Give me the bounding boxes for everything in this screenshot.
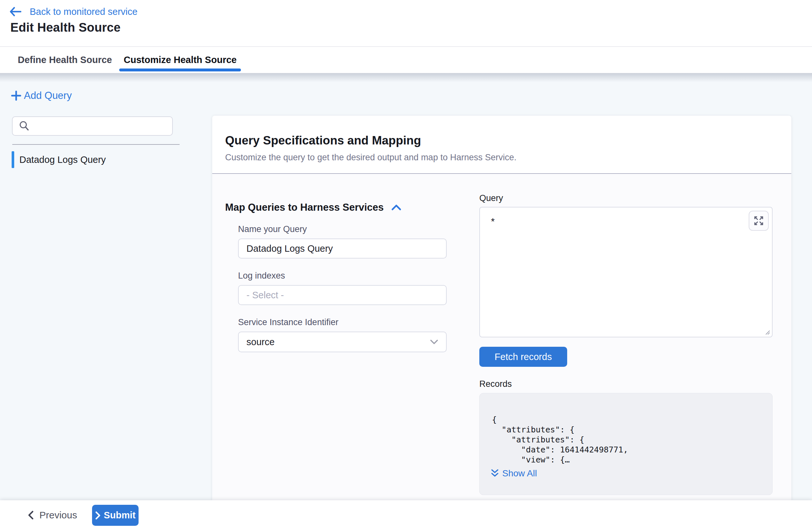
plus-icon [10, 89, 23, 102]
double-chevron-down-icon [491, 469, 499, 478]
name-query-input[interactable] [238, 239, 447, 259]
chevron-down-icon [429, 339, 439, 345]
query-list-item-datadog-logs[interactable]: Datadog Logs Query [12, 151, 179, 168]
card-subheading: Customize the query to get the desired o… [225, 153, 517, 162]
name-query-label: Name your Query [238, 224, 307, 234]
tab-bar-shadow [0, 73, 812, 82]
log-indexes-select[interactable] [238, 285, 447, 305]
chevron-right-icon [95, 511, 101, 520]
back-arrow-icon [9, 7, 21, 16]
query-specifications-card: Query Specifications and Mapping Customi… [212, 116, 791, 500]
sidebar-divider [12, 144, 179, 145]
page-header: Back to monitored service Edit Health So… [0, 0, 812, 46]
query-search-box [12, 116, 173, 136]
back-link[interactable]: Back to monitored service [9, 4, 137, 19]
chevron-left-icon [27, 510, 34, 520]
resize-handle-icon[interactable] [765, 329, 771, 336]
show-all-label: Show All [502, 468, 537, 478]
query-textarea[interactable]: * [480, 207, 772, 337]
footer-bar: Previous Submit [0, 500, 812, 530]
show-all-link[interactable]: Show All [491, 468, 537, 478]
map-queries-section-toggle[interactable]: Map Queries to Harness Services [225, 202, 402, 213]
service-instance-dropdown[interactable]: source [238, 332, 447, 352]
chevron-up-icon [391, 203, 402, 212]
active-tab-indicator [119, 69, 241, 71]
page-title: Edit Health Source [10, 21, 120, 34]
expand-icon [753, 215, 765, 227]
records-label: Records [479, 379, 512, 389]
map-queries-section-title: Map Queries to Harness Services [225, 202, 384, 213]
tab-define-health-source[interactable]: Define Health Source [18, 47, 112, 73]
submit-button[interactable]: Submit [92, 505, 139, 526]
search-input[interactable] [30, 117, 172, 135]
records-panel: { "attributes": { "attributes": { "date"… [479, 393, 773, 495]
service-instance-identifier-label: Service Instance Identifier [238, 317, 338, 327]
tab-bar: Define Health Source Customize Health So… [0, 46, 812, 73]
add-query-label: Add Query [24, 90, 72, 101]
query-item-label: Datadog Logs Query [19, 155, 106, 165]
fetch-records-button[interactable]: Fetch records [479, 347, 567, 367]
records-json: { "attributes": { "attributes": { "date"… [492, 415, 628, 465]
back-link-label: Back to monitored service [30, 6, 137, 17]
previous-label: Previous [39, 510, 77, 521]
query-label: Query [479, 193, 503, 203]
selected-item-bar [12, 151, 14, 168]
log-indexes-label: Log indexes [238, 271, 285, 281]
add-query-button[interactable]: Add Query [10, 89, 72, 102]
search-icon [18, 120, 30, 132]
query-editor: * [479, 207, 773, 338]
card-heading: Query Specifications and Mapping [225, 134, 421, 147]
service-instance-value: source [246, 337, 275, 347]
submit-label: Submit [104, 510, 135, 521]
edit-health-source-page: Back to monitored service Edit Health So… [0, 0, 812, 530]
previous-button[interactable]: Previous [27, 500, 77, 530]
expand-query-button[interactable] [749, 211, 769, 231]
